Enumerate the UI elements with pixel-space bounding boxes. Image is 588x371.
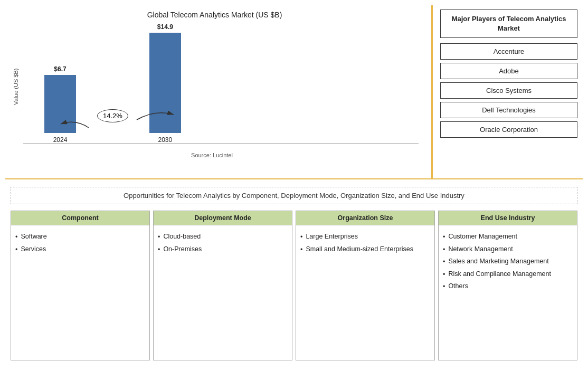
bottom-section: Opportunities for Telecom Analytics by C… [5, 179, 583, 366]
top-section: Global Telecom Analytics Market (US $B) … [5, 5, 583, 179]
orgsize-content: • Large Enterprises • Small and Medium-s… [296, 225, 434, 261]
main-container: Global Telecom Analytics Market (US $B) … [0, 0, 588, 371]
component-software-label: Software [21, 231, 46, 243]
player-oracle: Oracle Corporation [440, 121, 577, 138]
vertical-divider [431, 5, 433, 178]
component-item-software: • Software [15, 231, 145, 243]
bullet-icon: • [443, 231, 445, 243]
component-item-services: • Services [15, 243, 145, 256]
bar-year-2030: 2030 [158, 136, 173, 144]
enduse-sales-label: Sales and Marketing Management [448, 255, 548, 268]
bullet-icon: • [15, 244, 17, 256]
enduse-customer-label: Customer Management [448, 231, 517, 243]
y-axis-label: Value (US $B) [11, 23, 21, 150]
enduse-item-customer: • Customer Management [443, 231, 573, 243]
component-services-label: Services [21, 243, 46, 255]
player-dell: Dell Technologies [440, 102, 577, 118]
players-panel: Major Players of Telecom Analytics Marke… [435, 5, 583, 178]
bullet-icon: • [443, 244, 445, 256]
enduse-item-risk: • Risk and Compliance Management [443, 268, 573, 281]
deployment-column: Deployment Mode • Cloud-based • On-Premi… [153, 211, 292, 360]
bar-value-2030: $14.9 [157, 23, 173, 31]
enduse-risk-label: Risk and Compliance Management [448, 268, 551, 280]
bullet-icon: • [300, 231, 302, 243]
deployment-item-cloud: • Cloud-based [158, 231, 288, 243]
annotation-arrow [134, 104, 176, 136]
bullet-icon: • [15, 231, 17, 243]
orgsize-item-sme: • Small and Medium-sized Enterprises [300, 243, 430, 256]
player-adobe: Adobe [440, 63, 577, 79]
deployment-header: Deployment Mode [154, 211, 292, 225]
bullet-icon: • [443, 256, 445, 268]
bullet-icon: • [300, 244, 302, 256]
deployment-cloud-label: Cloud-based [163, 231, 201, 243]
bar-value-2024: $6.7 [54, 65, 66, 73]
annotation-arrow-left [60, 115, 91, 141]
enduse-item-others: • Others [443, 280, 573, 293]
component-header: Component [11, 211, 149, 225]
orgsize-header: Organization Size [296, 211, 434, 225]
enduse-item-network: • Network Management [443, 243, 573, 256]
player-cisco: Cisco Systems [440, 82, 577, 99]
enduse-others-label: Others [448, 280, 468, 292]
bullet-icon: • [443, 281, 445, 293]
columns-row: Component • Software • Services Deployme… [11, 211, 577, 360]
bars-area: $6.7 2024 14.2% [23, 23, 419, 159]
bullet-icon: • [158, 231, 160, 243]
bullet-icon: • [443, 269, 445, 281]
player-accenture: Accenture [440, 43, 577, 60]
orgsize-sme-label: Small and Medium-sized Enterprises [306, 243, 413, 255]
orgsize-column: Organization Size • Large Enterprises • … [296, 211, 435, 360]
annotation-bubble: 14.2% [97, 109, 128, 122]
opportunities-title: Opportunities for Telecom Analytics by C… [11, 187, 577, 204]
deployment-content: • Cloud-based • On-Premises [154, 225, 292, 261]
x-axis-line [23, 143, 419, 144]
chart-title: Global Telecom Analytics Market (US $B) [147, 11, 282, 19]
players-title: Major Players of Telecom Analytics Marke… [440, 9, 577, 38]
deployment-onprem-label: On-Premises [163, 243, 202, 255]
deployment-item-onprem: • On-Premises [158, 243, 288, 256]
chart-wrapper: Value (US $B) $6.7 2024 [11, 23, 419, 150]
orgsize-large-label: Large Enterprises [306, 231, 358, 243]
enduse-item-sales: • Sales and Marketing Management [443, 255, 573, 268]
bullet-icon: • [158, 244, 160, 256]
chart-inner: $6.7 2024 14.2% [23, 23, 419, 150]
enduse-network-label: Network Management [448, 243, 513, 255]
component-column: Component • Software • Services [11, 211, 150, 360]
chart-area: Global Telecom Analytics Market (US $B) … [5, 5, 429, 178]
orgsize-item-large: • Large Enterprises [300, 231, 430, 243]
enduse-header: End Use Industry [439, 211, 577, 225]
component-content: • Software • Services [11, 225, 149, 261]
enduse-column: End Use Industry • Customer Management •… [438, 211, 577, 360]
enduse-content: • Customer Management • Network Manageme… [439, 225, 577, 298]
